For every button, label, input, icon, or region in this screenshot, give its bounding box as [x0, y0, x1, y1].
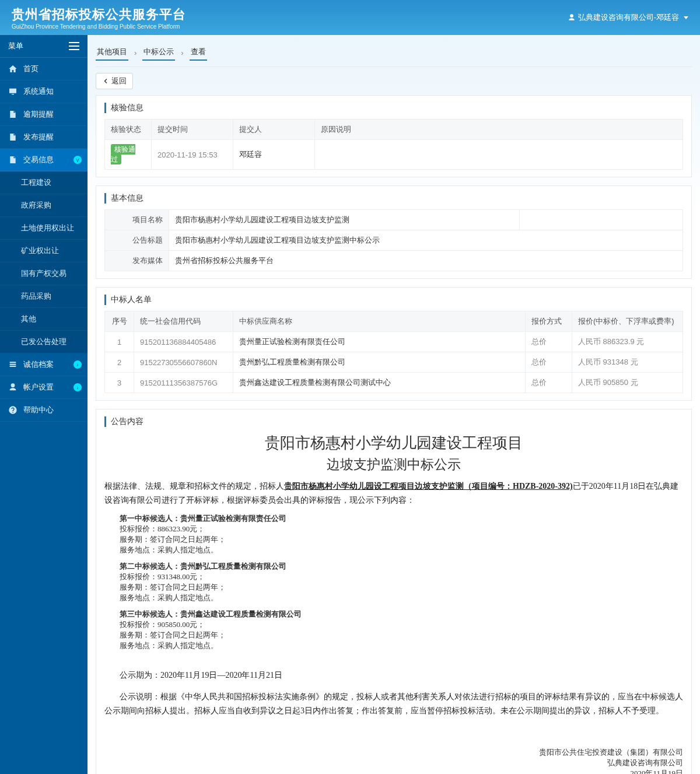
user-menu[interactable]: 弘典建设咨询有限公司-邓廷容	[568, 12, 688, 23]
candidate-period: 服务期：签订合同之日起两年；	[120, 534, 683, 545]
panel-title: 公告内容	[104, 416, 683, 427]
breadcrumb-item[interactable]: 查看	[190, 44, 207, 61]
home-icon	[8, 64, 18, 73]
user-icon	[8, 383, 18, 392]
candidate-period: 服务期：签订合同之日起两年；	[120, 630, 683, 640]
audit-reason	[315, 140, 683, 170]
col-time: 提交时间	[152, 120, 233, 140]
panel-basic: 基本信息 项目名称 贵阳市杨惠村小学幼儿园建设工程项目边坡支护监测 公告标题 贵…	[96, 185, 692, 279]
candidate-price: 投标报价：886323.90元；	[120, 524, 683, 534]
value-empty	[520, 210, 683, 230]
cell-no: 3	[105, 373, 134, 393]
monitor-icon	[8, 87, 18, 96]
cell-no: 1	[105, 332, 134, 352]
audit-submitter: 邓廷容	[233, 140, 315, 170]
sidebar-subitem-label: 国有产权交易	[21, 268, 66, 279]
menu-header: 菜单	[0, 35, 88, 58]
value: 贵州省招标投标公共服务平台	[169, 251, 683, 271]
menu-label: 菜单	[8, 41, 23, 51]
panel-title: 核验信息	[104, 103, 683, 113]
sidebar-item[interactable]: 诚信档案›	[0, 353, 88, 376]
cell-method: 总价	[526, 352, 572, 373]
audit-time: 2020-11-19 15:53	[152, 140, 233, 170]
sidebar-item[interactable]: 首页	[0, 58, 88, 80]
sidebar-subitem-label: 药品采购	[21, 291, 51, 302]
sidebar-subitem[interactable]: 已发公告处理	[0, 331, 88, 353]
cell-no: 2	[105, 352, 134, 373]
back-label: 返回	[111, 76, 127, 86]
sidebar-subitem[interactable]: 土地使用权出让	[0, 217, 88, 240]
sidebar-item-label: 帮助中心	[23, 405, 54, 415]
breadcrumb-sep: ›	[134, 48, 136, 57]
candidate-location: 服务地点：采购人指定地点。	[120, 640, 683, 651]
sidebar-item-label: 帐户设置	[23, 382, 54, 393]
sidebar-subitem[interactable]: 工程建设	[0, 171, 88, 194]
candidate-location: 服务地点：采购人指定地点。	[120, 593, 683, 603]
doc-icon	[8, 110, 18, 119]
candidate-title: 第三中标候选人：贵州鑫达建设工程质量检测有限公司	[120, 609, 683, 619]
audit-row: 核验通过 2020-11-19 15:53 邓廷容	[105, 140, 683, 170]
status-badge: 核验通过	[111, 144, 135, 164]
value: 贵阳市杨惠村小学幼儿园建设工程项目边坡支护监测	[169, 210, 520, 230]
sidebar-item[interactable]: 系统通知	[0, 80, 88, 103]
cell-price: 人民币 886323.9 元	[572, 332, 683, 352]
brand-title-en: GuiZhou Province Tendering and Bidding P…	[12, 23, 186, 30]
doc-icon	[8, 132, 18, 142]
cell-price: 人民币 905850 元	[572, 373, 683, 393]
signature-line: 贵阳市公共住宅投资建设（集团）有限公司	[104, 747, 683, 758]
candidate-title: 第二中标候选人：贵州黔弘工程质量检测有限公司	[120, 561, 683, 572]
candidate-price: 投标报价：905850.00元；	[120, 619, 683, 630]
sidebar: 菜单 首页系统通知逾期提醒发布提醒交易信息v工程建设政府采购土地使用权出让矿业权…	[0, 35, 88, 774]
cell-method: 总价	[526, 332, 572, 352]
sidebar-item[interactable]: 帐户设置›	[0, 376, 88, 399]
candidate-price: 投标报价：931348.00元；	[120, 572, 683, 582]
col-code: 统一社会信用代码	[134, 311, 233, 332]
sidebar-item-label: 首页	[23, 64, 38, 74]
cell-code: 91520111356387576G	[134, 373, 233, 393]
candidate-block: 第一中标候选人：贵州量正试验检测有限责任公司投标报价：886323.90元；服务…	[120, 513, 683, 555]
sidebar-item-label: 交易信息	[23, 155, 54, 165]
panel-title: 中标人名单	[104, 295, 683, 305]
table-row: 291522730556607860N贵州黔弘工程质量检测有限公司总价人民币 9…	[105, 352, 683, 373]
panel-content: 公告内容 贵阳市杨惠村小学幼儿园建设工程项目 边坡支护监测中标公示 根据法律、法…	[96, 409, 692, 774]
user-label: 弘典建设咨询有限公司-邓廷容	[578, 12, 679, 23]
breadcrumb-item[interactable]: 中标公示	[142, 44, 175, 61]
cell-name: 贵州量正试验检测有限责任公司	[233, 332, 526, 352]
expand-indicator: v	[74, 156, 82, 164]
project-code: 贵阳市杨惠村小学幼儿园设工程项目边坡支护监测（项目编号：HDZB-2020-39…	[284, 482, 573, 491]
col-submitter: 提交人	[233, 120, 315, 140]
expand-indicator: ›	[74, 360, 82, 369]
sidebar-subitem[interactable]: 药品采购	[0, 285, 88, 308]
breadcrumb-item[interactable]: 其他项目	[96, 44, 128, 61]
col-reason: 原因说明	[315, 120, 683, 140]
label: 项目名称	[105, 210, 169, 230]
sidebar-subitem[interactable]: 其他	[0, 308, 88, 331]
user-icon	[568, 13, 576, 22]
candidate-period: 服务期：签订合同之日起两年；	[120, 582, 683, 593]
sidebar-item-label: 逾期提醒	[23, 109, 54, 120]
breadcrumb: 其他项目 › 中标公示 › 查看	[96, 41, 692, 67]
sidebar-item[interactable]: 发布提醒	[0, 126, 88, 149]
help-icon	[8, 405, 18, 415]
sidebar-item[interactable]: 逾期提醒	[0, 103, 88, 126]
sidebar-subitem[interactable]: 政府采购	[0, 194, 88, 217]
expand-indicator: ›	[74, 383, 82, 391]
sidebar-subitem-label: 土地使用权出让	[21, 223, 74, 233]
col-status: 核验状态	[105, 120, 152, 140]
brand: 贵州省招标投标公共服务平台 GuiZhou Province Tendering…	[12, 6, 186, 30]
sidebar-item[interactable]: 帮助中心	[0, 399, 88, 422]
panel-title: 基本信息	[104, 193, 683, 204]
sidebar-item[interactable]: 交易信息v	[0, 149, 88, 171]
candidate-location: 服务地点：采购人指定地点。	[120, 545, 683, 555]
sidebar-subitem[interactable]: 国有产权交易	[0, 262, 88, 285]
brand-title-cn: 贵州省招标投标公共服务平台	[12, 6, 186, 23]
sidebar-subitem-label: 政府采购	[21, 200, 51, 211]
sidebar-subitem[interactable]: 矿业权出让	[0, 240, 88, 262]
cell-name: 贵州黔弘工程质量检测有限公司	[233, 352, 526, 373]
announcement-subtitle: 边坡支护监测中标公示	[104, 456, 683, 474]
sidebar-item-label: 诚信档案	[23, 359, 54, 370]
list-icon	[8, 360, 18, 369]
back-button[interactable]: 返回	[96, 73, 133, 89]
menu-toggle-icon[interactable]	[69, 42, 79, 50]
table-row: 1915201136884405486贵州量正试验检测有限责任公司总价人民币 8…	[105, 332, 683, 352]
